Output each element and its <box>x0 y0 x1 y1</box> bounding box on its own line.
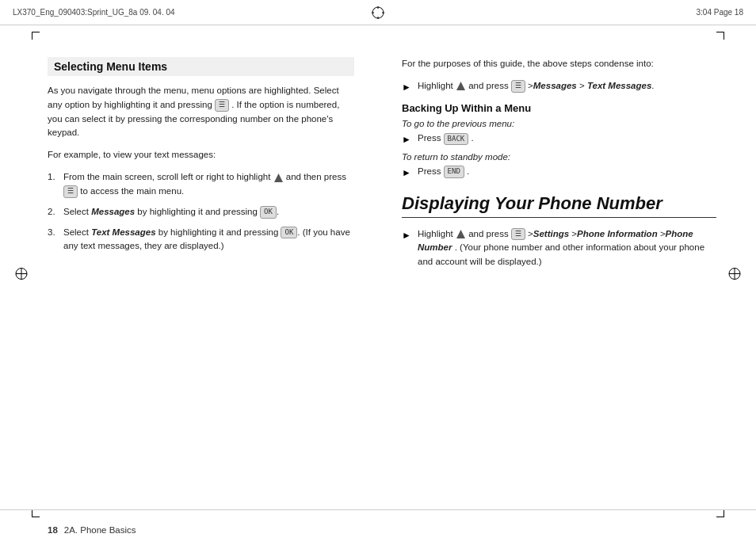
back-button-icon: BACK <box>444 133 469 146</box>
display-note: . (Your phone number and other informati… <box>418 242 704 266</box>
press-end-row: ► Press END . <box>402 165 716 181</box>
phone-info-label: Phone Information <box>577 229 658 238</box>
chapter-label: 2A. Phone Basics <box>64 525 136 535</box>
list-text-2: Select Messages by highlighting it and p… <box>63 205 354 219</box>
period-1: . <box>651 81 654 90</box>
list-num-2: 2. <box>48 205 63 219</box>
page-footer: 18 2A. Phone Basics <box>0 509 756 549</box>
main-content: Selecting Menu Items As you navigate thr… <box>0 25 756 509</box>
section-title-selecting-menu: Selecting Menu Items <box>54 60 348 73</box>
bullet-arrow-3: ► <box>402 166 414 181</box>
page-number: 18 <box>48 525 58 535</box>
displaying-title: Displaying Your Phone Number <box>402 193 716 218</box>
highlight-label-2: Highlight <box>418 229 456 238</box>
and-press-2: and press <box>468 229 511 238</box>
steps-list: 1. From the main screen, scroll left or … <box>48 170 354 254</box>
and-press-label: and press <box>468 81 511 90</box>
messages-label: Messages <box>91 207 135 216</box>
menu-btn-display: ☰ <box>511 228 525 241</box>
gt-num: > <box>660 229 666 238</box>
svg-rect-16 <box>459 235 462 238</box>
press-label-back: Press <box>418 133 441 143</box>
left-column: Selecting Menu Items As you navigate thr… <box>0 25 378 509</box>
menu-btn-step1: ☰ <box>63 185 78 198</box>
highlight-bullet-row: ► Highlight and press ☰ >Messages > Text… <box>402 79 716 95</box>
bullet-arrow-1: ► <box>402 80 414 95</box>
page-header: LX370_Eng_090403:Sprint_UG_8a 09. 04. 04… <box>0 0 756 25</box>
text-messages-right: Text Messages <box>587 81 651 90</box>
intro-paragraph: As you navigate through the menu, menu o… <box>48 84 354 140</box>
highlight-bullet-content: Highlight and press ☰ >Messages > Text M… <box>418 79 716 93</box>
crosshair-icon <box>371 6 385 20</box>
press-back-row: ► Press BACK . <box>402 132 716 147</box>
end-button-icon: END <box>444 166 464 178</box>
highlight-label: Highlight <box>418 81 456 90</box>
header-page-info: 3:04 Page 18 <box>697 8 744 17</box>
svg-rect-12 <box>277 179 280 182</box>
backing-up-title: Backing Up Within a Menu <box>402 102 716 114</box>
list-text-3: Select Text Messages by highlighting it … <box>63 226 354 254</box>
list-item-3: 3. Select Text Messages by highlighting … <box>48 226 354 254</box>
bullet-arrow-2: ► <box>402 132 414 147</box>
settings-label: Settings <box>533 229 569 238</box>
messages-right: Messages <box>533 81 577 90</box>
display-number-bullet-row: ► Highlight and press ☰ >Settings >Phone… <box>402 227 716 269</box>
list-item-2: 2. Select Messages by highlighting it an… <box>48 205 354 219</box>
header-center <box>371 6 385 20</box>
press-label-end: Press <box>418 166 441 176</box>
svg-point-0 <box>372 7 384 18</box>
list-text-1: From the main screen, scroll left or rig… <box>63 170 354 199</box>
greater-than-2: > <box>579 81 587 90</box>
text-messages-label-step3: Text Messages <box>91 227 155 237</box>
list-num-3: 3. <box>48 226 63 240</box>
menu-button-icon: ☰ <box>215 99 229 112</box>
period-back: . <box>472 133 474 143</box>
menu-btn-right: ☰ <box>511 80 525 93</box>
to-go-previous: To go to the previous menu: <box>402 119 716 128</box>
ok-btn-step2: OK <box>260 206 277 219</box>
condense-text: For the purposes of this guide, the abov… <box>402 57 716 71</box>
svg-rect-14 <box>459 87 462 90</box>
list-num-1: 1. <box>48 170 63 185</box>
list-item-1: 1. From the main screen, scroll left or … <box>48 170 354 199</box>
example-label: For example, to view your text messages: <box>48 148 354 162</box>
header-file-info: LX370_Eng_090403:Sprint_UG_8a 09. 04. 04 <box>13 8 175 17</box>
period-end: . <box>467 166 469 176</box>
display-number-content: Highlight and press ☰ >Settings >Phone I… <box>418 227 716 269</box>
press-end-content: Press END . <box>418 165 716 179</box>
bullet-arrow-4: ► <box>402 228 414 243</box>
to-return-standby: To return to standby mode: <box>402 152 716 162</box>
ok-btn-step3: OK <box>281 227 297 239</box>
greater-than-1: > <box>528 81 533 90</box>
section-title-box: Selecting Menu Items <box>48 57 354 76</box>
right-column: For the purposes of this guide, the abov… <box>378 25 756 509</box>
settings-path: > <box>528 229 533 238</box>
press-back-content: Press BACK . <box>418 132 716 146</box>
